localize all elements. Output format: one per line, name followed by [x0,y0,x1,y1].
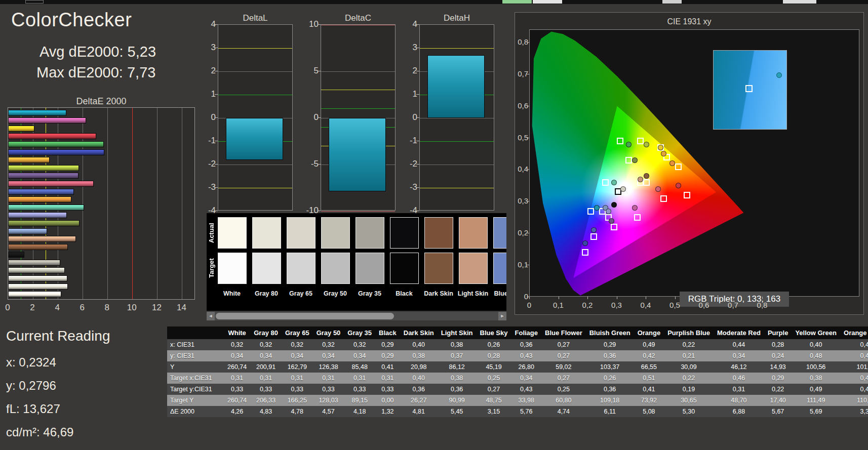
swatch-actual-gray-50[interactable] [321,217,350,249]
swatch-actual-white[interactable] [218,217,247,249]
delta-chart-y-tickmark [318,71,321,71]
delta-chart-y-tick-label: -5 [303,159,319,169]
table-cell: 4,26 [224,406,250,417]
swatch-target-light-skin[interactable] [459,253,488,284]
deltae-x-tick-label: 4 [55,303,59,313]
delta-chart-line [420,188,494,188]
table-cell: 0,33 [282,384,313,395]
delta-chart-bar [226,118,283,160]
table-cell: 162,79 [282,361,313,373]
table-cell: 5,08 [634,406,664,417]
swatch-target-gray-80[interactable] [252,253,281,284]
table-cell: 0,40 [400,373,438,384]
swatch-target-gray-50[interactable] [321,253,350,284]
cie-1931-chromaticity-chart: RGB Triplet: 0, 133, 163 [529,29,859,297]
table-cell: 4,74 [541,406,586,417]
table-cell: 0,43 [511,350,542,361]
deltae-bar-magenta [8,117,86,124]
swatch-horizontal-scrollbar[interactable]: ◄ ► [207,312,506,320]
cie-x-tick-label: 0 [527,301,531,309]
delta-chart-line [321,25,395,25]
table-cell: 260,74 [224,395,250,406]
cie-x-tick-label: 0,7 [728,301,738,309]
table-cell: 0,00 [375,395,400,406]
table-cell: 85,48 [344,361,375,373]
table-column-header: Foliage [511,326,542,339]
table-cell: 66,55 [634,361,664,373]
table-cell: 0,38 [438,373,477,384]
table-cell: 0,34 [344,350,375,361]
delta-chart-y-tickmark [215,24,218,25]
cie-y-tickmark [527,265,529,265]
table-cell: 0,40 [792,339,840,350]
table-cell: 3,36 [840,406,868,417]
scrollbar-right-arrow-icon[interactable]: ► [498,312,506,320]
delta-chart-line [420,165,494,165]
current-reading-x: x: 0,2324 [6,355,56,370]
table-cell: 0,32 [250,339,282,350]
table-cell: 0,29 [764,373,792,384]
table-row: x: CIE310,320,320,320,320,320,290,400,38… [167,339,868,350]
swatch-actual-blue-sky[interactable] [493,217,506,249]
delta-chart-y-tickmark [416,48,419,48]
table-row-label: x: CIE31 [167,339,224,350]
swatch-actual-dark-skin[interactable] [424,217,453,249]
swatch-label: Blue Sky [491,290,506,297]
window-chrome-fragment [662,0,682,4]
scrollbar-left-arrow-icon[interactable]: ◄ [207,312,215,320]
cie-x-tickmark [529,297,530,299]
deltae-bar-black [8,252,24,258]
deltae-bar-gray-35 [8,260,60,266]
deltae-bar-cyan [8,110,66,116]
cie-y-tickmark [527,169,529,170]
swatch-actual-gray-80[interactable] [252,217,281,249]
swatch-target-dark-skin[interactable] [424,253,453,284]
swatch-label: Gray 35 [353,290,386,297]
table-corner-cell [167,326,224,339]
table-cell: 0,32 [282,339,313,350]
table-cell: 0,32 [224,339,250,350]
table-column-header: Gray 80 [250,326,282,339]
swatch-target-gray-65[interactable] [287,253,315,284]
delta-chart-bar [427,55,485,118]
table-cell: 0,21 [664,350,714,361]
table-row: Target Y260,74206,33166,25128,0389,150,0… [167,395,868,406]
colorchecker-results-table-wrap: WhiteGray 80Gray 65Gray 50Gray 35BlackDa… [167,326,868,417]
swatch-actual-black[interactable] [390,217,419,249]
swatch-actual-gray-65[interactable] [287,217,315,249]
cie-x-tickmark [704,297,704,299]
delta-chart-y-tick-label: -2 [402,159,417,169]
swatch-actual-light-skin[interactable] [459,217,488,249]
table-cell: 0,36 [400,384,438,395]
table-column-header: White [224,326,250,339]
cie-x-tickmark [617,297,617,299]
deltae-bar-white [8,291,61,297]
table-cell: 3,15 [477,406,511,417]
table-cell: 100,56 [792,361,840,373]
table-row: ΔE 20004,264,834,784,574,181,324,815,453… [167,406,868,417]
cie-target-marker [611,224,617,230]
table-cell: 0,32 [313,339,344,350]
cie-x-tick-label: 0,6 [699,301,709,309]
table-cell: 128,03 [313,395,344,406]
table-cell: 26,27 [400,395,438,406]
table-cell: 26,80 [511,361,542,373]
cie-y-tickmark [527,201,529,201]
deltae-bar-gray-65 [8,275,67,281]
deltae-bar-foliage [8,220,80,226]
swatch-actual-gray-35[interactable] [356,217,384,249]
swatch-target-white[interactable] [218,253,247,284]
swatch-row-label-target: Target [208,253,217,284]
deltae2000-bar-chart [8,107,195,300]
table-cell: 260,74 [224,361,250,373]
swatch-target-blue-sky[interactable] [493,253,506,284]
delta-chart-y-tick-label: 0 [303,112,319,122]
scrollbar-thumb[interactable] [216,313,394,319]
swatch-target-black[interactable] [390,253,419,284]
delta-chart-y-tick-label: 2 [201,66,216,76]
swatch-target-gray-35[interactable] [356,253,384,284]
table-cell: 0,19 [664,384,714,395]
colorchecker-swatch-panel: ActualTargetWhiteGray 80Gray 65Gray 50Gr… [207,213,506,311]
delta-chart-y-tick-label: 2 [402,66,417,76]
deltae-bar-moderate-red [8,181,94,187]
